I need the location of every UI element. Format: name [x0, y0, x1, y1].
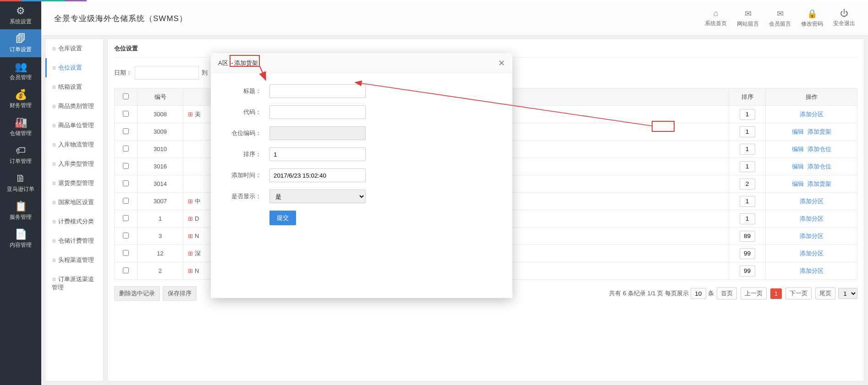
field-title-label: 标题： [225, 87, 261, 95]
add-shelf-modal: A区→添加货架 ✕ 标题： 代码： 仓位编码： 排序： 添加时间： 是否显示：是… [211, 53, 512, 298]
modal-title: 添加货架 [234, 59, 258, 67]
field-show-select[interactable]: 是 [269, 190, 366, 203]
field-loc-input [269, 126, 366, 140]
field-show-label: 是否显示： [225, 192, 261, 201]
field-sort-label: 排序： [225, 150, 261, 158]
field-title-input[interactable] [269, 84, 366, 98]
field-time-input[interactable] [269, 168, 366, 182]
modal-title-prefix: A区→ [218, 59, 234, 67]
close-icon[interactable]: ✕ [498, 58, 505, 68]
submit-button[interactable]: 提交 [269, 211, 296, 225]
field-time-label: 添加时间： [225, 171, 261, 179]
field-code-label: 代码： [225, 108, 261, 116]
field-code-input[interactable] [269, 105, 366, 119]
field-loc-label: 仓位编码： [225, 129, 261, 137]
field-sort-input[interactable] [269, 147, 366, 161]
